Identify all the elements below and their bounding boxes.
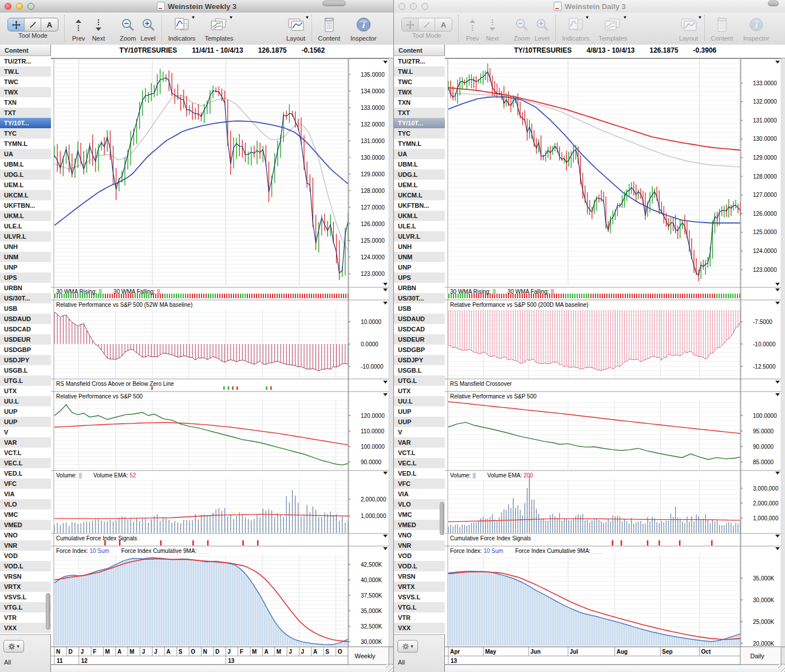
- sidebar-item-vlo[interactable]: VLO: [0, 499, 51, 509]
- period-label[interactable]: Daily: [750, 653, 764, 659]
- sidebar-item-via[interactable]: VIA: [0, 489, 51, 499]
- sidebar-item-vnr[interactable]: VNR: [0, 540, 51, 551]
- layout-button[interactable]: ▼Layout: [679, 16, 699, 42]
- sidebar-item-tymnl[interactable]: TYMN.L: [0, 139, 51, 149]
- sidebar-item-vsvsl[interactable]: VSVS.L: [0, 592, 51, 602]
- sidebar-item-vtr[interactable]: VTR: [394, 612, 445, 623]
- sidebar-item-uup[interactable]: UUP: [0, 417, 51, 427]
- sidebar-scrollbar-thumb[interactable]: [440, 502, 444, 535]
- chart-canvas[interactable]: 133.0000132.0000131.0000130.0000129.0000…: [445, 56, 785, 665]
- minimize-button[interactable]: [410, 3, 417, 10]
- sidebar-item-v[interactable]: V: [0, 427, 51, 437]
- sidebar-item-vod[interactable]: VOD: [0, 551, 51, 561]
- sidebar-item-ty10t[interactable]: TY/10T...: [394, 118, 445, 128]
- sidebar-item-vodl[interactable]: VOD.L: [394, 561, 445, 571]
- sidebar-item-urbn[interactable]: URBN: [0, 283, 51, 293]
- sidebar-item-vrtx[interactable]: VRTX: [394, 582, 445, 592]
- sidebar-item-usgbl[interactable]: USGB.L: [394, 365, 445, 375]
- sidebar-item-ubml[interactable]: UBM.L: [394, 159, 445, 169]
- sidebar-item-us30t[interactable]: US/30T...: [0, 293, 51, 303]
- sidebar-item-vno[interactable]: VNO: [394, 530, 445, 540]
- pointer-tool-button[interactable]: [402, 18, 419, 31]
- sidebar-item-vxx[interactable]: VXX: [394, 623, 445, 633]
- sidebar-item-vtr[interactable]: VTR: [0, 612, 51, 623]
- sidebar-item-ulvrl[interactable]: ULVR.L: [394, 231, 445, 242]
- sidebar-item-utx[interactable]: UTX: [394, 386, 445, 396]
- sidebar-item-udgl[interactable]: UDG.L: [0, 169, 51, 180]
- horizontal-scrollbar[interactable]: [51, 665, 386, 672]
- sidebar-item-vfc[interactable]: VFC: [0, 479, 51, 489]
- sidebar-item-uup[interactable]: UUP: [394, 417, 445, 427]
- sidebar-item-usb[interactable]: USB: [0, 303, 51, 314]
- sidebar-item-tyc[interactable]: TYC: [394, 128, 445, 139]
- sidebar-item-twl[interactable]: TW.L: [0, 66, 51, 77]
- sidebar-item-twx[interactable]: TWX: [0, 87, 51, 97]
- sidebar-item-usdeur[interactable]: USDEUR: [394, 334, 445, 345]
- inspector-button[interactable]: iInspector: [743, 16, 769, 42]
- sidebar-item-usdeur[interactable]: USDEUR: [0, 334, 51, 345]
- sidebar-item-urbn[interactable]: URBN: [394, 283, 445, 293]
- zoom-window-button[interactable]: [421, 3, 428, 10]
- sidebar-item-vod[interactable]: VOD: [394, 551, 445, 561]
- sidebar-item-vno[interactable]: VNO: [0, 530, 51, 540]
- symbol-list[interactable]: TU/2TR...TW.LTWCTWXTXNTXTTY/10T...TYCTYM…: [394, 56, 445, 634]
- sidebar-item-ukftbn[interactable]: UKFTBN...: [394, 200, 445, 211]
- sidebar-item-vtgl[interactable]: VTG.L: [0, 602, 51, 612]
- sidebar-item-unm[interactable]: UNM: [394, 252, 445, 262]
- sidebar-item-ueml[interactable]: UEM.L: [0, 180, 51, 190]
- sidebar-item-unh[interactable]: UNH: [394, 242, 445, 252]
- zoom-out-button[interactable]: Zoom: [120, 16, 136, 42]
- sidebar-item-usdjpy[interactable]: USDJPY: [394, 355, 445, 365]
- sidebar-item-vmc[interactable]: VMC: [0, 509, 51, 520]
- sidebar-item-utx[interactable]: UTX: [0, 386, 51, 396]
- zoom-window-button[interactable]: [27, 3, 34, 10]
- zoom-in-button[interactable]: Level: [140, 16, 155, 42]
- text-tool-button[interactable]: A: [435, 18, 452, 31]
- sidebar-item-uup[interactable]: UUP: [394, 406, 445, 417]
- sidebar-item-ty10t[interactable]: TY/10T...: [0, 118, 51, 128]
- sidebar-item-ulel[interactable]: ULE.L: [394, 221, 445, 231]
- gear-button[interactable]: ▾: [397, 640, 418, 653]
- sidebar-item-ua[interactable]: UA: [394, 149, 445, 159]
- sidebar-item-vctl[interactable]: VCT.L: [394, 448, 445, 458]
- templates-button[interactable]: ▼Templates: [598, 16, 627, 42]
- indicators-button[interactable]: ▼Indicators: [562, 16, 590, 42]
- pointer-tool-button[interactable]: [8, 18, 25, 31]
- sidebar-scrollbar-thumb[interactable]: [46, 593, 50, 630]
- sidebar-item-vecl[interactable]: VEC.L: [394, 458, 445, 468]
- sidebar-item-vtgl[interactable]: VTG.L: [394, 602, 445, 612]
- prev-button[interactable]: Prev: [72, 16, 85, 42]
- sidebar-item-tymnl[interactable]: TYMN.L: [394, 139, 445, 149]
- sidebar-item-tu2tr[interactable]: TU/2TR...: [394, 56, 445, 66]
- content-button[interactable]: Content: [711, 16, 733, 42]
- symbol-list[interactable]: TU/2TR...TW.LTWCTWXTXNTXTTY/10T...TYCTYM…: [0, 56, 52, 634]
- sidebar-item-vmc[interactable]: VMC: [394, 509, 445, 520]
- gear-button[interactable]: ▾: [3, 640, 24, 653]
- close-button[interactable]: [399, 3, 405, 10]
- sidebar-item-ukftbn[interactable]: UKFTBN...: [0, 200, 51, 211]
- sidebar-item-twc[interactable]: TWC: [394, 77, 445, 87]
- zoom-in-button[interactable]: Level: [534, 16, 549, 42]
- sidebar-item-usdaud[interactable]: USDAUD: [394, 314, 445, 324]
- sidebar-item-ulel[interactable]: ULE.L: [0, 221, 51, 231]
- sidebar-item-ua[interactable]: UA: [0, 149, 51, 159]
- sidebar-item-vfc[interactable]: VFC: [394, 479, 445, 489]
- sidebar-item-twl[interactable]: TW.L: [394, 66, 445, 77]
- sidebar-item-usdcad[interactable]: USDCAD: [394, 324, 445, 334]
- sidebar-item-vrtx[interactable]: VRTX: [0, 582, 51, 592]
- sidebar-item-unp[interactable]: UNP: [394, 262, 445, 272]
- zoom-out-button[interactable]: Zoom: [514, 16, 530, 42]
- next-button[interactable]: Next: [486, 16, 499, 42]
- sidebar-item-via[interactable]: VIA: [394, 489, 445, 499]
- line-tool-button[interactable]: [419, 18, 435, 31]
- period-label[interactable]: Weekly: [355, 653, 376, 659]
- horizontal-scrollbar-thumb[interactable]: [322, 1, 346, 6]
- indicators-button[interactable]: ▼Indicators: [168, 16, 196, 42]
- prev-button[interactable]: Prev: [466, 16, 479, 42]
- close-button[interactable]: [5, 3, 11, 10]
- sidebar-item-ukcml[interactable]: UKCM.L: [0, 190, 51, 200]
- sidebar-item-ukml[interactable]: UKM.L: [0, 211, 51, 221]
- sidebar-item-twx[interactable]: TWX: [394, 87, 445, 97]
- sidebar-item-tu2tr[interactable]: TU/2TR...: [0, 56, 51, 66]
- content-button[interactable]: Content: [318, 16, 341, 42]
